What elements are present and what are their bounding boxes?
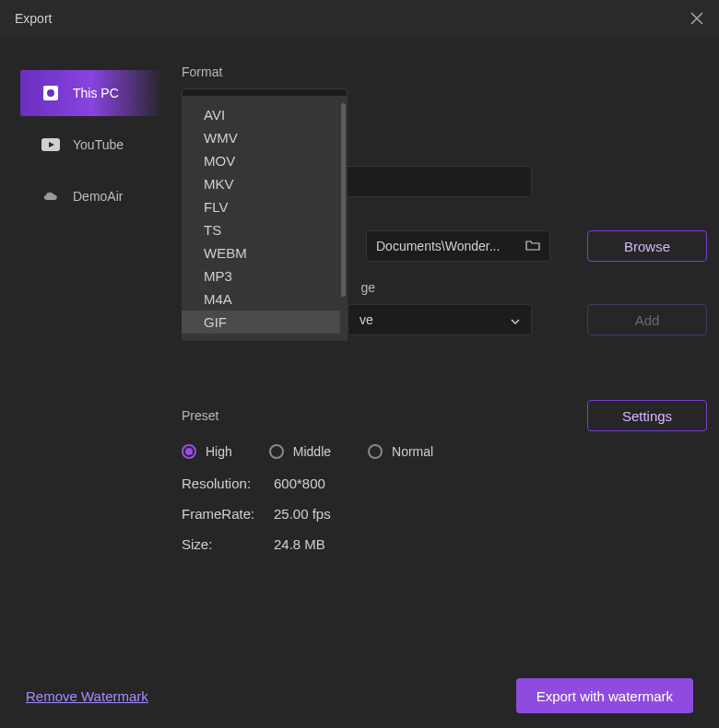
format-option-avi[interactable]: AVI xyxy=(182,103,340,126)
preset-radio-middle[interactable]: Middle xyxy=(269,444,331,459)
chevron-down-icon xyxy=(511,312,520,327)
export-button[interactable]: Export with watermark xyxy=(516,678,693,713)
window-title: Export xyxy=(15,11,52,26)
framerate-label: FrameRate: xyxy=(182,506,274,522)
cloud-icon xyxy=(41,187,60,205)
sidebar-item-label: This PC xyxy=(73,86,119,100)
format-option-webm[interactable]: WEBM xyxy=(182,241,340,264)
sidebar-item-this-pc[interactable]: This PC xyxy=(20,70,163,116)
format-option-m4a[interactable]: M4A xyxy=(182,288,340,311)
save-path-display[interactable]: Documents\Wonder... xyxy=(366,230,550,262)
sidebar: This PC YouTube DemoAir xyxy=(0,37,163,663)
preset-radio-high[interactable]: High xyxy=(182,444,232,459)
resolution-label: Resolution: xyxy=(182,476,274,491)
titlebar: Export xyxy=(0,0,719,37)
pc-icon xyxy=(41,84,60,102)
radio-icon xyxy=(269,444,284,459)
svg-point-1 xyxy=(47,89,54,97)
size-label: Size: xyxy=(182,536,274,552)
radio-icon xyxy=(368,444,383,459)
add-cloud-button[interactable]: Add xyxy=(587,304,707,335)
size-value: 24.8 MB xyxy=(274,536,707,552)
close-button[interactable] xyxy=(690,11,704,26)
browse-button[interactable]: Browse xyxy=(587,230,707,262)
framerate-value: 25.00 fps xyxy=(274,506,707,522)
remove-watermark-link[interactable]: Remove Watermark xyxy=(26,688,148,704)
dropdown-scrollbar[interactable] xyxy=(340,96,348,341)
preset-info: Resolution: 600*800 FrameRate: 25.00 fps… xyxy=(182,476,707,552)
preset-label: Preset xyxy=(182,408,218,423)
preset-radio-group: High Middle Normal xyxy=(182,444,707,459)
close-icon xyxy=(690,12,703,25)
cloud-select[interactable]: ve xyxy=(348,304,532,335)
format-option-wmv[interactable]: WMV xyxy=(182,126,340,149)
format-option-ts[interactable]: TS xyxy=(182,218,340,241)
cloud-label-partial: ge xyxy=(348,280,375,295)
format-option-gif[interactable]: GIF xyxy=(182,311,340,334)
format-option-mov[interactable]: MOV xyxy=(182,149,340,172)
resolution-value: 600*800 xyxy=(274,476,707,491)
sidebar-item-label: YouTube xyxy=(73,137,124,152)
youtube-icon xyxy=(41,135,60,154)
preset-radio-normal[interactable]: Normal xyxy=(368,444,433,459)
settings-button[interactable]: Settings xyxy=(587,400,707,431)
format-option-mkv[interactable]: MKV xyxy=(182,172,340,195)
format-label: Format xyxy=(182,65,707,79)
cloud-select-value: ve xyxy=(360,312,373,327)
sidebar-item-label: DemoAir xyxy=(73,189,123,204)
format-option-flv[interactable]: FLV xyxy=(182,195,340,218)
format-option-mp3[interactable]: MP3 xyxy=(182,264,340,288)
footer: Remove Watermark Export with watermark xyxy=(0,663,719,728)
save-path-text: Documents\Wonder... xyxy=(376,239,518,253)
sidebar-item-youtube[interactable]: YouTube xyxy=(0,122,163,168)
main-panel: Format MP4 Documents\Wonder... Browse xyxy=(163,37,719,663)
scrollbar-thumb[interactable] xyxy=(341,103,346,297)
folder-icon xyxy=(525,239,540,253)
format-dropdown: AVIWMVMOVMKVFLVTSWEBMMP3M4AGIF xyxy=(182,96,348,341)
sidebar-item-demoair[interactable]: DemoAir xyxy=(0,173,163,219)
radio-icon xyxy=(182,444,196,459)
